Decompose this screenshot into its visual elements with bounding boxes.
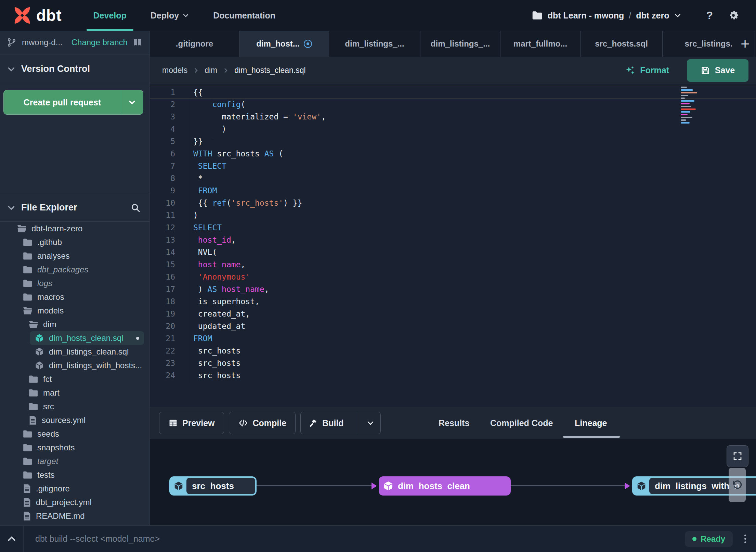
code-line[interactable]: 5}} [150, 135, 756, 147]
tree-item[interactable]: src [0, 400, 149, 413]
code-line[interactable]: 23 src_hosts [150, 357, 756, 369]
file-explorer-header[interactable]: File Explorer [0, 194, 149, 221]
lineage-node-dim-hosts-clean[interactable]: dim_hosts_clean [379, 476, 511, 496]
editor-tab[interactable]: dim_listings_... [420, 31, 500, 57]
tree-item[interactable]: sources.yml [0, 413, 149, 427]
kebab-menu-icon[interactable] [738, 535, 752, 543]
build-button[interactable]: Build [300, 412, 381, 434]
compile-button[interactable]: Compile [229, 412, 296, 434]
tab-lineage[interactable]: Lineage [575, 407, 607, 439]
code-line[interactable]: 15 host_name, [150, 258, 756, 271]
code-line[interactable]: 13 host_id, [150, 234, 756, 246]
tree-item[interactable]: dim_hosts_clean.sql [30, 331, 144, 345]
tree-item-label: models [37, 306, 64, 316]
editor-tab[interactable]: src_hosts.sql [581, 31, 663, 57]
code-line[interactable]: 24 src_hosts [150, 369, 756, 382]
divider [356, 412, 356, 434]
minimap[interactable] [681, 87, 707, 125]
branch-name: mwong-d... [22, 38, 63, 47]
lineage-graph[interactable]: src_hosts dim_hosts_clean dim_listings_w… [150, 439, 756, 525]
tree-item[interactable]: mart [0, 386, 149, 400]
tree-item[interactable]: seeds [0, 427, 149, 441]
help-icon[interactable]: ? [706, 9, 713, 22]
code-text: ) [193, 123, 226, 135]
nav-deploy[interactable]: Deploy [146, 0, 194, 31]
tree-item[interactable]: analyses [0, 249, 149, 263]
environment-selector[interactable]: dbt zero [636, 11, 669, 21]
save-button[interactable]: Save [687, 59, 748, 82]
code-line[interactable]: 1{{ [150, 86, 756, 99]
create-pull-request-button[interactable]: Create pull request [3, 90, 143, 115]
tree-item[interactable]: .gitignore [0, 482, 149, 496]
reset-view-button[interactable] [729, 468, 746, 502]
build-button-main[interactable]: Build [301, 412, 351, 434]
preview-button[interactable]: Preview [159, 412, 224, 434]
editor-tab[interactable]: dim_host... [239, 31, 329, 57]
nav-documentation[interactable]: Documentation [208, 0, 280, 31]
fullscreen-button[interactable] [727, 445, 748, 467]
change-branch-link[interactable]: Change branch [71, 38, 128, 47]
search-icon[interactable] [130, 203, 141, 213]
tree-item[interactable]: models [0, 304, 149, 318]
tree-item[interactable]: fct [0, 372, 149, 386]
create-pull-request-label[interactable]: Create pull request [4, 90, 121, 114]
pull-request-dropdown-button[interactable] [121, 90, 143, 114]
tree-item[interactable]: macros [0, 290, 149, 304]
format-button[interactable]: Format [625, 65, 669, 76]
chevron-down-icon[interactable] [674, 12, 681, 19]
code-line[interactable]: 7 SELECT [150, 160, 756, 172]
code-line[interactable]: 20 updated_at [150, 320, 756, 332]
command-input[interactable] [35, 534, 685, 544]
tree-item[interactable]: target [0, 454, 149, 468]
tree-item[interactable]: logs [0, 277, 149, 290]
settings-gear-icon[interactable] [727, 9, 740, 22]
lineage-node-src-hosts[interactable]: src_hosts [169, 476, 257, 496]
code-line[interactable]: 6WITH src_hosts AS ( [150, 147, 756, 160]
code-line[interactable]: 11) [150, 209, 756, 221]
editor-tab[interactable]: .gitignore [150, 31, 239, 57]
tab-results[interactable]: Results [439, 407, 469, 439]
tab-compiled-code[interactable]: Compiled Code [490, 407, 553, 439]
minimap-bar [681, 100, 694, 102]
tree-item[interactable]: dim_listings_clean.sql [0, 345, 149, 359]
docs-book-icon[interactable] [132, 38, 143, 47]
new-tab-button[interactable]: + [738, 31, 753, 57]
editor-tab[interactable]: mart_fullmo... [500, 31, 581, 57]
tree-item[interactable]: dbt_packages [0, 263, 149, 277]
version-control-header[interactable]: Version Control [0, 54, 149, 84]
build-dropdown-button[interactable] [361, 412, 380, 434]
tree-item[interactable]: README.md [0, 509, 149, 523]
code-line[interactable]: 2 config( [150, 98, 756, 111]
tree-item[interactable]: dim [0, 318, 149, 331]
code-editor[interactable]: 1{{2 config(3 materialized = 'view',4 )5… [150, 84, 756, 407]
code-line[interactable]: 10 {{ ref('src_hosts') }} [150, 197, 756, 209]
code-line[interactable]: 21FROM [150, 332, 756, 345]
code-line[interactable]: 19 created_at, [150, 308, 756, 320]
code-line[interactable]: 18 is_superhost, [150, 295, 756, 308]
tree-item[interactable]: dim_listings_with_hosts... [0, 359, 149, 372]
code-line[interactable]: 17 ) AS host_name, [150, 283, 756, 295]
code-line[interactable]: 3 materialized = 'view', [150, 111, 756, 123]
code-line[interactable]: 22 src_hosts [150, 345, 756, 357]
editor-tab[interactable]: dim_listings_... [329, 31, 420, 57]
code-line[interactable]: 16 'Anonymous' [150, 271, 756, 283]
breadcrumb-models[interactable]: models [162, 66, 187, 75]
code-line[interactable]: 9 FROM [150, 184, 756, 197]
dbt-logo[interactable]: dbt [12, 5, 62, 25]
nav-develop[interactable]: Develop [89, 0, 131, 31]
code-text: FROM [193, 332, 212, 345]
tree-item[interactable]: dbt-learn-zero [0, 222, 149, 235]
line-number: 6 [150, 147, 175, 160]
tree-item[interactable]: dbt_project.yml [0, 496, 149, 509]
chevron-up-icon[interactable] [0, 534, 23, 544]
project-name[interactable]: dbt Learn - mwong [548, 11, 624, 21]
tree-item[interactable]: tests [0, 468, 149, 482]
tree-item[interactable]: snapshots [0, 441, 149, 454]
minimap-bar [681, 87, 687, 88]
code-line[interactable]: 4 ) [150, 123, 756, 135]
code-line[interactable]: 14 NVL( [150, 246, 756, 258]
code-line[interactable]: 8 * [150, 172, 756, 184]
tree-item[interactable]: .github [0, 235, 149, 249]
breadcrumb-dim[interactable]: dim [205, 66, 217, 75]
code-line[interactable]: 12SELECT [150, 221, 756, 234]
